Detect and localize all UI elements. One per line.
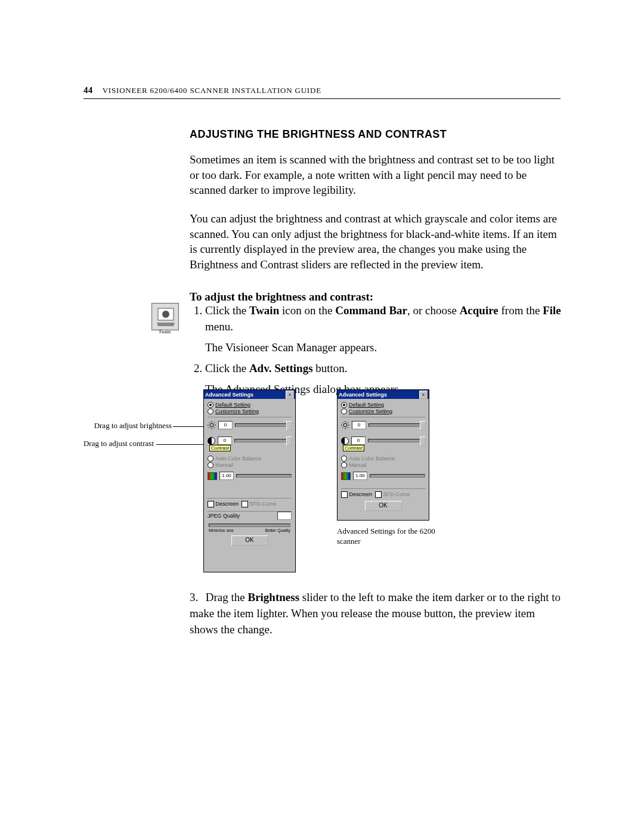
- radio-customize-setting[interactable]: Customize Setting: [208, 408, 292, 414]
- slider-thumb[interactable]: [420, 436, 426, 446]
- jpeg-quality-group: JPEG Quality Minimize sizeBetter Quality: [208, 511, 292, 532]
- color-value: 1.00: [353, 472, 367, 480]
- contrast-tooltip: Contrast: [343, 445, 364, 451]
- slider-thumb[interactable]: [286, 421, 292, 431]
- radio-customize-setting[interactable]: Customize Setting: [341, 408, 425, 414]
- slider-thumb[interactable]: [420, 421, 426, 431]
- callout-brightness: Drag to adjust brightness: [35, 421, 172, 431]
- twain-icon: [151, 303, 179, 330]
- section-heading: Adjusting the Brightness and Contrast: [190, 128, 447, 141]
- sfd-checkbox: [375, 491, 382, 498]
- slider-thumb[interactable]: [286, 436, 292, 446]
- contrast-value: 0: [218, 436, 232, 445]
- close-icon[interactable]: x: [419, 391, 428, 399]
- svg-line-18: [348, 428, 349, 429]
- svg-line-19: [348, 422, 349, 423]
- svg-line-10: [214, 422, 215, 423]
- descreen-row: Descreen SFD-Curve: [341, 491, 425, 498]
- color-track[interactable]: [370, 474, 425, 478]
- doc-title: Visioneer 6200/6400 Scanner Installation…: [103, 86, 321, 95]
- contrast-icon: [341, 437, 349, 445]
- brightness-value: 0: [218, 421, 233, 429]
- callout-contrast: Drag to adjust contrast: [35, 439, 154, 448]
- instruction-heading: To adjust the brightness and contrast:: [190, 289, 559, 305]
- dialog-title: Advanced Settings: [205, 392, 253, 398]
- contrast-tooltip: Contrast: [209, 445, 231, 451]
- intro-paragraph-1: Sometimes an item is scanned with the br…: [190, 152, 559, 198]
- jpeg-value: [277, 512, 292, 520]
- jpeg-quality-label: JPEG Quality: [208, 513, 240, 519]
- dialog-titlebar[interactable]: Advanced Settings x: [204, 390, 295, 399]
- step-3: 3. Drag the Brightness slider to the lef…: [190, 590, 562, 638]
- descreen-checkbox[interactable]: [341, 491, 348, 498]
- svg-line-11: [209, 428, 210, 429]
- descreen-row: Descreen SFD-Curve: [208, 501, 292, 507]
- color-bar-icon: [341, 472, 351, 480]
- color-slider[interactable]: 1.00: [341, 472, 425, 480]
- svg-point-12: [343, 423, 347, 427]
- contrast-slider[interactable]: 0 Contrast: [341, 436, 425, 445]
- radio-default-setting[interactable]: Default Setting: [208, 402, 292, 408]
- contrast-icon: [208, 437, 215, 445]
- step-list: Click the Twain icon on the Command Bar,…: [190, 303, 578, 400]
- page-header: 44 Visioneer 6200/6400 Scanner Installat…: [83, 85, 321, 95]
- brightness-track[interactable]: [369, 423, 425, 427]
- advanced-settings-dialog-6200: Advanced Settings x Default Setting Cust…: [337, 389, 429, 521]
- color-bar-icon: [208, 472, 217, 480]
- svg-line-8: [209, 422, 210, 423]
- dialog-title: Advanced Settings: [339, 392, 387, 398]
- brightness-icon: [208, 421, 216, 429]
- color-value: 1.00: [219, 472, 234, 480]
- svg-line-17: [342, 422, 343, 423]
- page-number: 44: [83, 85, 93, 95]
- close-icon[interactable]: x: [286, 391, 294, 399]
- svg-line-20: [342, 428, 343, 429]
- brightness-slider[interactable]: 0: [341, 421, 425, 429]
- radio-auto-color: Auto Color Balance: [208, 456, 292, 462]
- radio-default-setting[interactable]: Default Setting: [341, 402, 425, 408]
- step-1: Click the Twain icon on the Command Bar,…: [205, 303, 578, 356]
- contrast-track[interactable]: [234, 439, 292, 442]
- brightness-track[interactable]: [235, 423, 292, 427]
- ok-button[interactable]: OK: [365, 501, 402, 511]
- radio-manual: Manual: [341, 462, 425, 468]
- twain-icon-label: Twain: [151, 329, 178, 335]
- brightness-slider[interactable]: 0: [208, 421, 292, 429]
- contrast-track[interactable]: [368, 439, 425, 442]
- document-page: 44 Visioneer 6200/6400 Scanner Installat…: [0, 0, 644, 833]
- svg-point-2: [162, 311, 169, 318]
- brightness-icon: [341, 421, 349, 429]
- radio-manual: Manual: [208, 462, 292, 468]
- advanced-settings-dialog-6400: Advanced Settings x Default Setting Cust…: [203, 389, 296, 572]
- dialog-caption: Advanced Settings for the 6200 scanner: [337, 527, 438, 547]
- contrast-value: 0: [351, 436, 366, 445]
- contrast-slider[interactable]: 0 Contrast: [208, 436, 292, 445]
- dialog-titlebar[interactable]: Advanced Settings x: [338, 390, 429, 399]
- jpeg-slider[interactable]: [209, 524, 290, 527]
- radio-auto-color: Auto Color Balance: [341, 456, 425, 462]
- brightness-value: 0: [352, 421, 366, 429]
- color-slider[interactable]: 1.00: [208, 472, 292, 480]
- ok-button[interactable]: OK: [231, 535, 268, 546]
- header-rule: [83, 98, 561, 99]
- color-track[interactable]: [236, 474, 292, 478]
- svg-line-9: [214, 428, 215, 429]
- svg-point-3: [210, 423, 213, 427]
- step-1-result: The Visioneer Scan Manager appears.: [205, 340, 578, 356]
- sfd-checkbox: [242, 501, 248, 507]
- intro-paragraph-2: You can adjust the brightness and contra…: [190, 211, 562, 272]
- descreen-checkbox[interactable]: [208, 501, 214, 507]
